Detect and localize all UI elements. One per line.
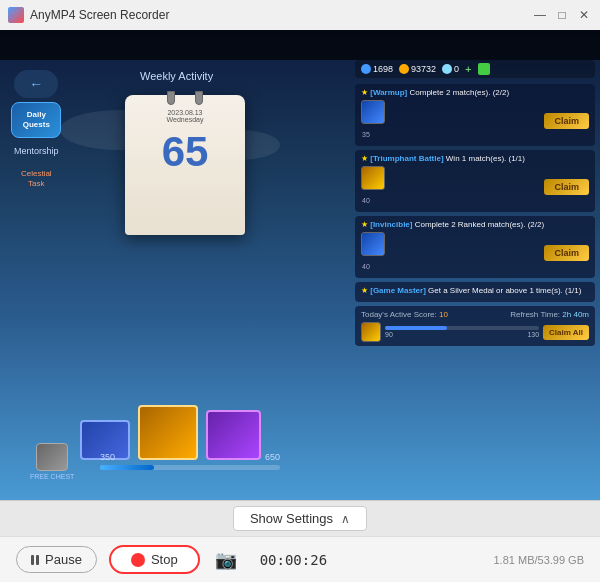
sidebar-item-mentorship[interactable]: Mentorship: [8, 142, 65, 160]
free-chest-icon: [36, 443, 68, 471]
calendar-card: 2023.08.13 Wednesday 65: [125, 95, 245, 235]
mini-progress-bar-bg: [385, 326, 539, 330]
progress-bar-fill: [100, 465, 154, 470]
pause-icon: [31, 555, 39, 565]
quest-reward-number-invincible: 40: [362, 263, 370, 270]
quest-header-invincible: ★ [Invincible] Complete 2 Ranked match(e…: [361, 220, 589, 229]
ring-left: [167, 91, 175, 105]
claim-all-button[interactable]: Claim All: [543, 325, 589, 340]
quest-reward-icon-triumphant: [361, 166, 385, 190]
screenshot-button[interactable]: 📷: [212, 546, 240, 574]
sidebar-item-celestial[interactable]: Celestial Task: [15, 164, 58, 192]
quest-desc-gamemaster: Get a Silver Medal or above 1 time(s). (…: [428, 286, 581, 295]
app-icon: [8, 7, 24, 23]
quest-item-gamemaster: ★ [Game Master] Get a Silver Medal or ab…: [355, 282, 595, 302]
stat-plus-icon: +: [465, 63, 471, 75]
quest-desc-warmup: Complete 2 match(es). (2/2): [410, 88, 510, 97]
recording-timer: 00:00:26: [260, 552, 327, 568]
close-button[interactable]: ✕: [576, 7, 592, 23]
progress-bar-background: [100, 465, 280, 470]
show-settings-bar: Show Settings ∧: [0, 500, 600, 536]
stat-bluepoint: 1698: [361, 64, 393, 74]
quest-tag-invincible: [Invincible]: [370, 220, 412, 229]
bluepoint-icon: [361, 64, 371, 74]
gold-icon: [399, 64, 409, 74]
stat-green-indicator: [478, 63, 490, 75]
pause-label: Pause: [45, 552, 82, 567]
stat-diamond: 0: [442, 64, 459, 74]
weekly-activity-title: Weekly Activity: [140, 70, 213, 82]
window-controls: — □ ✕: [532, 7, 592, 23]
claim-button-warmup[interactable]: Claim: [544, 113, 589, 129]
refresh-label: Refresh Time: 2h 40m: [510, 310, 589, 319]
ring-right: [195, 91, 203, 105]
camera-icon: 📷: [215, 549, 237, 571]
quest-reward-number-triumphant: 40: [362, 197, 370, 204]
quest-tag-warmup: [Warmup]: [370, 88, 407, 97]
show-settings-button[interactable]: Show Settings ∧: [233, 506, 367, 531]
quest-reward-icon-invincible: [361, 232, 385, 256]
chevron-up-icon: ∧: [341, 512, 350, 526]
pause-bar-right: [36, 555, 39, 565]
stat-gold: 93732: [399, 64, 436, 74]
game-screenshot: ← Daily Quests Mentorship Celestial Task…: [0, 30, 600, 500]
mini-progress-bar-fill: [385, 326, 447, 330]
file-size-display: 1.81 MB/53.99 GB: [494, 554, 585, 566]
star-icon-3: ★: [361, 220, 368, 229]
quest-tag-gamemaster: [Game Master]: [370, 286, 426, 295]
progress-area: 350 650: [100, 452, 280, 470]
progress-labels: 350 650: [100, 452, 280, 462]
claim-button-invincible[interactable]: Claim: [544, 245, 589, 261]
quest-row-invincible: 40 Claim: [361, 232, 589, 274]
free-chest-label: FREE CHEST: [30, 473, 74, 480]
stop-circle-icon: [131, 553, 145, 567]
claim-button-triumphant[interactable]: Claim: [544, 179, 589, 195]
game-ui-overlay: ← Daily Quests Mentorship Celestial Task…: [0, 30, 600, 500]
game-preview-area: ← Daily Quests Mentorship Celestial Task…: [0, 30, 600, 500]
quest-desc-triumphant: Win 1 match(es). (1/1): [446, 154, 525, 163]
star-icon-4: ★: [361, 286, 368, 295]
quest-tag-triumphant: [Triumphant Battle]: [370, 154, 443, 163]
bottom-quest-bar: Today's Active Score: 10 Refresh Time: 2…: [355, 306, 595, 346]
star-icon-2: ★: [361, 154, 368, 163]
stats-bar: 1698 93732 0 +: [355, 60, 595, 78]
quest-list: ★ [Warmup] Complete 2 match(es). (2/2) 3…: [355, 84, 595, 302]
star-icon: ★: [361, 88, 368, 97]
quest-reward-wrap-invincible: 40: [361, 232, 385, 274]
pause-bar-left: [31, 555, 34, 565]
stop-label: Stop: [151, 552, 178, 567]
calendar-area: 2023.08.13 Wednesday 65: [95, 85, 295, 285]
daily-quests-button[interactable]: Daily Quests: [11, 102, 61, 138]
quest-row-warmup: 35 Claim: [361, 100, 589, 142]
title-bar: AnyMP4 Screen Recorder — □ ✕: [0, 0, 600, 30]
quest-header-gamemaster: ★ [Game Master] Get a Silver Medal or ab…: [361, 286, 589, 295]
score-value: 10: [439, 310, 448, 319]
quest-reward-icon-warmup: [361, 100, 385, 124]
bottom-reward-icon: [361, 322, 381, 342]
mini-progress-labels: 90 130: [385, 331, 539, 338]
minimize-button[interactable]: —: [532, 7, 548, 23]
app-title: AnyMP4 Screen Recorder: [30, 8, 532, 22]
left-sidebar: ← Daily Quests Mentorship Celestial Task: [8, 70, 65, 192]
pause-button[interactable]: Pause: [16, 546, 97, 573]
maximize-button[interactable]: □: [554, 7, 570, 23]
diamond-icon: [442, 64, 452, 74]
quest-header-warmup: ★ [Warmup] Complete 2 match(es). (2/2): [361, 88, 589, 97]
stop-button[interactable]: Stop: [109, 545, 200, 574]
quest-reward-number-warmup: 35: [362, 131, 370, 138]
show-settings-label: Show Settings: [250, 511, 333, 526]
back-button[interactable]: ←: [14, 70, 58, 98]
bottom-bar: Pause Stop 📷 00:00:26 1.81 MB/53.99 GB: [0, 536, 600, 582]
refresh-value: 2h 40m: [562, 310, 589, 319]
right-panel: 1698 93732 0 +: [355, 60, 595, 480]
quest-row-triumphant: 40 Claim: [361, 166, 589, 208]
score-label: Today's Active Score: 10: [361, 310, 448, 319]
quest-header-triumphant: ★ [Triumphant Battle] Win 1 match(es). (…: [361, 154, 589, 163]
calendar-date: 2023.08.13 Wednesday: [167, 109, 204, 123]
calendar-rings: [167, 91, 203, 105]
quest-reward-wrap-triumphant: 40: [361, 166, 385, 208]
daily-quests-label: Daily Quests: [23, 110, 50, 129]
calendar-day-number: 65: [162, 131, 209, 173]
bottom-quest-top: Today's Active Score: 10 Refresh Time: 2…: [361, 310, 589, 319]
free-chest[interactable]: FREE CHEST: [30, 443, 74, 480]
